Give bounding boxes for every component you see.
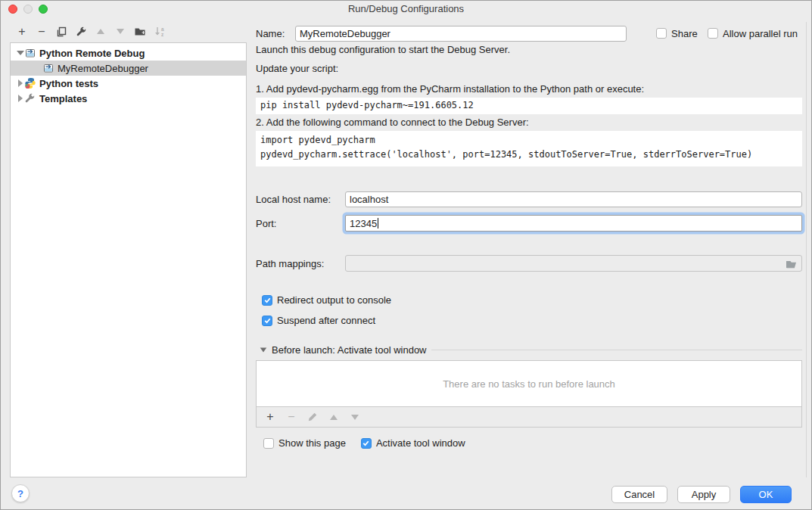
remote-debug-config-icon (24, 47, 36, 59)
chevron-right-icon[interactable] (17, 79, 24, 87)
scroll-area-divider (806, 22, 807, 477)
svg-text:z: z (161, 32, 164, 37)
move-task-up-icon (328, 411, 340, 423)
tasks-toolbar: + − (256, 407, 802, 428)
add-task-icon[interactable]: + (264, 411, 276, 423)
copy-icon[interactable] (55, 26, 67, 38)
tree-item-label: Python tests (39, 78, 98, 89)
tree-item-templates[interactable]: Templates (11, 91, 246, 106)
redirect-checkbox-box[interactable] (262, 295, 272, 306)
allow-parallel-checkbox-box[interactable] (708, 28, 718, 39)
svg-text:a: a (161, 26, 164, 32)
local-host-input[interactable] (345, 191, 802, 207)
dialog-footer: ? Cancel Apply OK (1, 477, 811, 510)
suspend-label: Suspend after connect (277, 315, 375, 326)
wrench-icon (24, 92, 36, 104)
python-tests-icon (24, 77, 36, 89)
port-input[interactable]: 12345 (345, 215, 802, 232)
suspend-after-connect-checkbox[interactable]: Suspend after connect (262, 315, 375, 326)
collapse-triangle-icon[interactable] (260, 348, 267, 353)
update-script-text: Update your script: (256, 63, 338, 74)
share-checkbox[interactable]: Share (656, 28, 698, 39)
allow-parallel-label: Allow parallel run (723, 28, 798, 39)
move-down-icon (114, 26, 126, 38)
move-task-down-icon (349, 411, 361, 423)
sort-alphabetically-icon: az (154, 26, 166, 38)
settrace-code-line2: pydevd_pycharm.settrace('localhost', por… (260, 149, 752, 160)
redirect-label: Redirect output to console (277, 294, 391, 306)
text-caret (378, 218, 378, 229)
no-tasks-text: There are no tasks to run before launch (443, 378, 615, 390)
tree-item-my-remote-debugger[interactable]: MyRemoteDebugger (11, 61, 246, 76)
path-mappings-label: Path mappings: (256, 258, 345, 269)
show-page-checkbox-box[interactable] (263, 438, 274, 449)
new-folder-icon[interactable] (134, 26, 146, 38)
path-mappings-input[interactable] (345, 255, 802, 272)
share-checkbox-box[interactable] (656, 28, 667, 39)
tree-item-label: Templates (39, 93, 87, 104)
add-icon[interactable]: + (16, 26, 28, 38)
activate-tool-window-checkbox[interactable]: Activate tool window (361, 437, 465, 449)
help-question-mark: ? (17, 488, 23, 499)
cancel-button[interactable]: Cancel (611, 486, 667, 503)
name-input[interactable] (295, 26, 627, 42)
window-title: Run/Debug Configurations (1, 3, 811, 14)
name-label: Name: (256, 28, 295, 39)
tree-item-label: MyRemoteDebugger (58, 63, 148, 74)
run-debug-configurations-dialog: Run/Debug Configurations + − az Python R… (0, 0, 812, 510)
ok-button[interactable]: OK (740, 486, 792, 503)
folder-icon[interactable] (786, 258, 798, 270)
chevron-right-icon[interactable] (17, 95, 24, 102)
chevron-down-icon[interactable] (17, 51, 24, 55)
remove-task-icon: − (285, 411, 297, 423)
redirect-output-checkbox[interactable]: Redirect output to console (262, 294, 391, 306)
edit-defaults-wrench-icon[interactable] (75, 26, 87, 38)
local-host-label: Local host name: (256, 194, 345, 205)
settrace-code-line1: import pydevd_pycharm (260, 135, 375, 145)
allow-parallel-run-checkbox[interactable]: Allow parallel run (708, 28, 798, 39)
title-bar: Run/Debug Configurations (1, 1, 811, 17)
apply-button[interactable]: Apply (677, 486, 730, 503)
tree-item-python-tests[interactable]: Python tests (11, 76, 246, 91)
move-up-icon (95, 26, 107, 38)
configurations-tree: Python Remote Debug MyRemoteDebugger Pyt… (10, 42, 247, 477)
before-launch-label: Before launch: Activate tool window (272, 344, 427, 356)
activate-checkbox-box[interactable] (361, 438, 372, 449)
pip-install-code: pip install pydevd-pycharm~=191.6605.12 (256, 98, 802, 114)
settrace-code: import pydevd_pycharmpydevd_pycharm.sett… (256, 131, 802, 166)
show-this-page-checkbox[interactable]: Show this page (263, 437, 346, 449)
edit-task-pencil-icon (306, 411, 319, 423)
suspend-checkbox-box[interactable] (262, 316, 272, 326)
before-launch-section-header[interactable]: Before launch: Activate tool window (260, 344, 802, 356)
port-value: 12345 (350, 218, 377, 229)
before-launch-tasks-list[interactable]: There are no tasks to run before launch (256, 360, 802, 407)
intro-text: Launch this debug configuration to start… (256, 44, 510, 55)
step1-text: 1. Add pydevd-pycharm.egg from the PyCha… (256, 83, 644, 95)
configurations-toolbar: + − az (10, 20, 247, 42)
remove-icon[interactable]: − (36, 26, 48, 38)
remote-debug-config-icon (42, 62, 54, 74)
activate-label: Activate tool window (376, 437, 465, 449)
port-label: Port: (256, 218, 345, 229)
section-divider (431, 350, 802, 350)
tree-item-python-remote-debug[interactable]: Python Remote Debug (11, 45, 246, 61)
show-page-label: Show this page (278, 437, 346, 449)
configuration-settings-panel: Name: Share Allow parallel run Launch th… (256, 17, 802, 477)
step2-text: 2. Add the following command to connect … (256, 117, 529, 128)
share-label: Share (671, 28, 698, 39)
tree-item-label: Python Remote Debug (39, 48, 145, 59)
help-button[interactable]: ? (11, 484, 30, 502)
